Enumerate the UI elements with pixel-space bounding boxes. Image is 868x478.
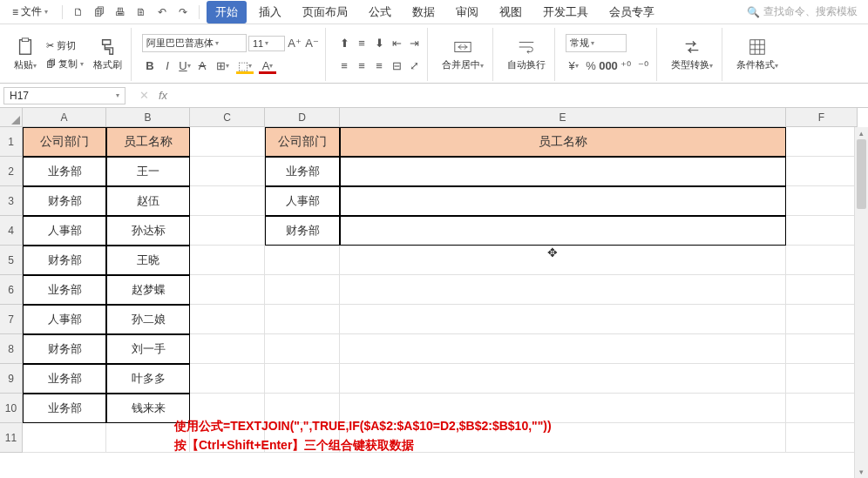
select-all-corner[interactable]: [0, 108, 23, 127]
print-icon[interactable]: 🖶: [112, 3, 129, 21]
row-header[interactable]: 10: [0, 394, 23, 423]
row-header[interactable]: 7: [0, 305, 23, 334]
redo-icon[interactable]: ↷: [174, 3, 192, 21]
cell[interactable]: [340, 246, 786, 275]
format-painter-button[interactable]: 格式刷: [90, 36, 125, 73]
tab-formula[interactable]: 公式: [360, 1, 400, 24]
cell[interactable]: 孙达标: [106, 216, 190, 246]
cell[interactable]: [340, 216, 786, 246]
name-box[interactable]: H17▾: [3, 87, 125, 104]
cell[interactable]: [265, 364, 340, 394]
cell[interactable]: [265, 275, 340, 305]
strike-icon[interactable]: A: [194, 58, 210, 74]
cell[interactable]: [190, 334, 265, 364]
number-format-select[interactable]: 常规▾: [566, 34, 627, 52]
cell[interactable]: [786, 394, 858, 423]
undo-icon[interactable]: ↶: [153, 3, 171, 21]
cell[interactable]: 员工名称: [340, 127, 786, 157]
decrease-decimal-icon[interactable]: ⁻⁰: [635, 58, 651, 74]
cell[interactable]: [190, 186, 265, 216]
cell[interactable]: 叶多多: [106, 364, 190, 394]
cond-format-button[interactable]: 条件格式▾: [733, 36, 782, 73]
cell[interactable]: 业务部: [23, 157, 106, 186]
tab-view[interactable]: 视图: [491, 1, 531, 24]
cell[interactable]: 业务部: [23, 364, 106, 394]
font-name-select[interactable]: 阿里巴巴普惠体▾: [142, 34, 247, 52]
cell[interactable]: [190, 364, 265, 394]
column-header[interactable]: F: [786, 108, 858, 127]
cell[interactable]: 赵梦蝶: [106, 275, 190, 305]
row-header[interactable]: 11: [0, 423, 23, 453]
row-header[interactable]: 1: [0, 127, 23, 157]
cell[interactable]: 人事部: [265, 186, 340, 216]
cell[interactable]: 财务部: [23, 186, 106, 216]
tab-review[interactable]: 审阅: [447, 1, 487, 24]
cell[interactable]: [786, 186, 858, 216]
font-size-select[interactable]: 11▾: [248, 36, 285, 51]
save-as-icon[interactable]: 🗐: [91, 3, 108, 21]
bold-icon[interactable]: B: [142, 58, 158, 74]
tab-data[interactable]: 数据: [403, 1, 444, 24]
tab-insert[interactable]: 插入: [250, 1, 290, 24]
cell[interactable]: [786, 423, 858, 453]
row-header[interactable]: 9: [0, 364, 23, 394]
cell[interactable]: [786, 305, 858, 334]
cell[interactable]: 财务部: [23, 334, 106, 364]
font-color-icon[interactable]: A▾: [257, 58, 278, 74]
wrap-button[interactable]: 自动换行: [504, 36, 549, 73]
cell[interactable]: 业务部: [23, 275, 106, 305]
align-center-icon[interactable]: ≡: [354, 58, 370, 74]
cell[interactable]: 刘一手: [106, 334, 190, 364]
cell[interactable]: 业务部: [265, 157, 340, 186]
cell[interactable]: 人事部: [23, 305, 106, 334]
column-header[interactable]: A: [23, 108, 106, 127]
type-convert-button[interactable]: 类型转换▾: [668, 36, 716, 73]
cell[interactable]: 业务部: [23, 394, 106, 423]
cell[interactable]: [23, 423, 106, 453]
indent-right-icon[interactable]: ⇥: [406, 36, 422, 51]
cell[interactable]: [340, 334, 786, 364]
row-header[interactable]: 2: [0, 157, 23, 186]
row-header[interactable]: 8: [0, 334, 23, 364]
fx-icon[interactable]: fx: [159, 89, 167, 102]
cell[interactable]: [786, 275, 858, 305]
increase-decimal-icon[interactable]: ⁺⁰: [618, 58, 634, 74]
cell[interactable]: [190, 127, 265, 157]
tab-layout[interactable]: 页面布局: [294, 1, 356, 24]
currency-icon[interactable]: ¥▾: [566, 58, 581, 74]
merge-button[interactable]: 合并居中▾: [438, 36, 487, 73]
align-bottom-icon[interactable]: ⬇: [371, 36, 387, 51]
cell[interactable]: [786, 157, 858, 186]
cell[interactable]: [340, 305, 786, 334]
align-middle-icon[interactable]: ≡: [354, 36, 370, 51]
decrease-font-icon[interactable]: A⁻: [304, 36, 320, 51]
increase-font-icon[interactable]: A⁺: [287, 36, 302, 51]
cell[interactable]: [340, 186, 786, 216]
cell[interactable]: [265, 305, 340, 334]
cell[interactable]: 财务部: [265, 216, 340, 246]
cancel-icon[interactable]: ✕: [136, 88, 152, 104]
cell[interactable]: [265, 246, 340, 275]
tab-start[interactable]: 开始: [207, 1, 247, 24]
tab-member[interactable]: 会员专享: [600, 1, 663, 24]
search-box[interactable]: 🔍 查找命令、搜索模板: [742, 3, 863, 21]
tab-dev[interactable]: 开发工具: [534, 1, 597, 24]
column-header[interactable]: D: [265, 108, 340, 127]
italic-icon[interactable]: I: [159, 58, 175, 74]
orientation-icon[interactable]: ⤢: [406, 58, 422, 74]
file-menu[interactable]: ≡文件▾: [5, 2, 55, 22]
cell[interactable]: [786, 127, 858, 157]
cell[interactable]: [786, 334, 858, 364]
percent-icon[interactable]: %: [583, 58, 599, 74]
comma-icon[interactable]: 000: [600, 58, 616, 74]
cell[interactable]: [190, 246, 265, 275]
paste-button[interactable]: 粘贴▾: [10, 36, 40, 73]
align-right-icon[interactable]: ≡: [371, 58, 387, 74]
cell[interactable]: 公司部门: [265, 127, 340, 157]
fill-color-icon[interactable]: ⬚▾: [234, 58, 255, 74]
cell[interactable]: 人事部: [23, 216, 106, 246]
cell[interactable]: [340, 157, 786, 186]
cell[interactable]: [190, 216, 265, 246]
cell[interactable]: [190, 275, 265, 305]
cell[interactable]: 赵伍: [106, 186, 190, 216]
